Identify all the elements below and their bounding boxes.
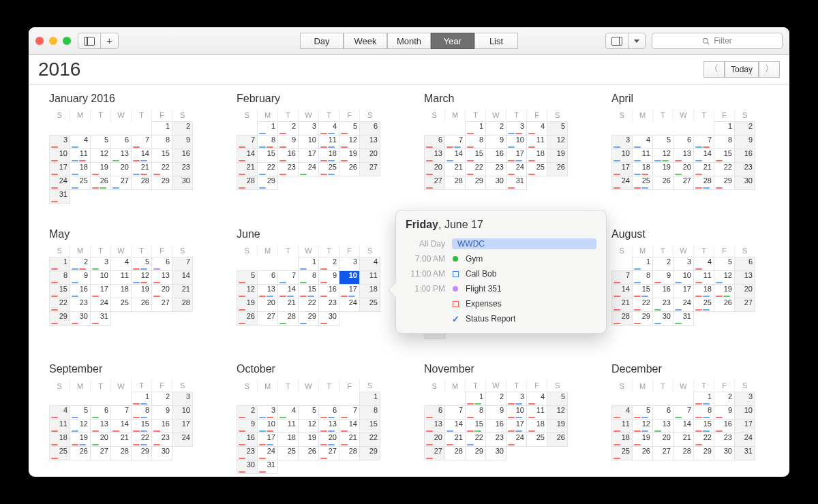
day-cell[interactable]: 27 xyxy=(735,298,755,311)
day-cell[interactable]: 17 xyxy=(258,433,278,447)
day-cell[interactable]: 10 xyxy=(258,420,278,433)
day-cell[interactable]: 11 xyxy=(633,149,653,163)
day-cell[interactable]: 29 xyxy=(714,176,735,190)
day-cell[interactable]: 30 xyxy=(735,176,755,190)
day-cell[interactable]: 10 xyxy=(735,406,755,420)
event-row[interactable]: ✓Status Report xyxy=(406,311,596,326)
day-cell[interactable]: 2 xyxy=(278,122,299,136)
day-cell[interactable]: 23 xyxy=(319,298,339,311)
day-cell[interactable]: 26 xyxy=(91,176,111,190)
day-cell[interactable]: 4 xyxy=(694,257,714,270)
day-cell[interactable]: 21 xyxy=(694,163,714,176)
day-cell[interactable]: 3 xyxy=(91,257,111,270)
day-cell[interactable]: 29 xyxy=(50,311,70,325)
day-cell[interactable]: 30 xyxy=(486,176,506,190)
day-cell[interactable]: 23 xyxy=(714,433,735,447)
day-cell[interactable]: 9 xyxy=(152,406,172,420)
day-cell[interactable]: 1 xyxy=(152,122,172,136)
day-cell[interactable]: 7 xyxy=(237,136,258,149)
minimize-icon[interactable] xyxy=(49,37,57,45)
day-cell[interactable]: 7 xyxy=(111,406,132,420)
day-cell[interactable]: 14 xyxy=(339,420,360,433)
day-cell[interactable]: 27 xyxy=(653,447,673,460)
day-cell[interactable]: 8 xyxy=(152,136,172,149)
day-cell[interactable]: 3 xyxy=(172,392,193,406)
day-cell[interactable]: 15 xyxy=(50,284,70,298)
day-cell[interactable]: 25 xyxy=(319,163,339,176)
day-cell[interactable]: 30 xyxy=(486,447,506,460)
event-row[interactable]: Expenses xyxy=(406,296,596,311)
day-cell[interactable]: 25 xyxy=(70,176,91,190)
day-cell[interactable]: 16 xyxy=(152,420,172,433)
day-cell[interactable]: 20 xyxy=(360,149,380,163)
day-cell[interactable]: 10 xyxy=(172,406,193,420)
day-cell[interactable]: 5 xyxy=(633,406,653,420)
day-cell[interactable]: 18 xyxy=(527,149,547,163)
day-cell[interactable]: 5 xyxy=(70,406,91,420)
day-cell[interactable]: 2 xyxy=(653,257,673,270)
day-cell[interactable]: 21 xyxy=(111,433,132,447)
day-cell[interactable]: 4 xyxy=(360,257,380,270)
day-cell[interactable]: 18 xyxy=(50,433,70,447)
event-row[interactable]: 11:00 AMCall Bob xyxy=(406,266,596,281)
day-cell[interactable]: 2 xyxy=(70,257,91,270)
day-cell[interactable]: 20 xyxy=(425,433,445,447)
day-cell[interactable]: 9 xyxy=(237,420,258,433)
day-cell[interactable]: 3 xyxy=(258,406,278,420)
day-cell[interactable]: 24 xyxy=(735,433,755,447)
day-cell[interactable]: 31 xyxy=(50,190,70,204)
day-cell[interactable]: 29 xyxy=(633,311,653,325)
view-month[interactable]: Month xyxy=(387,33,431,49)
day-cell[interactable]: 9 xyxy=(319,270,339,284)
day-cell[interactable]: 31 xyxy=(735,447,755,460)
day-cell[interactable]: 24 xyxy=(299,163,319,176)
day-cell[interactable]: 19 xyxy=(653,163,673,176)
day-cell[interactable]: 7 xyxy=(694,136,714,149)
day-cell[interactable]: 18 xyxy=(694,284,714,298)
day-cell[interactable]: 7 xyxy=(132,136,152,149)
day-cell[interactable]: 4 xyxy=(50,406,70,420)
day-cell[interactable]: 28 xyxy=(237,176,258,190)
day-cell[interactable]: 5 xyxy=(714,257,735,270)
day-cell[interactable]: 3 xyxy=(299,122,319,136)
day-cell[interactable]: 4 xyxy=(278,406,299,420)
day-cell[interactable]: 9 xyxy=(486,406,506,420)
day-cell[interactable]: 23 xyxy=(486,163,506,176)
day-cell[interactable]: 13 xyxy=(319,420,339,433)
day-cell[interactable]: 1 xyxy=(633,257,653,270)
day-cell[interactable]: 1 xyxy=(132,392,152,406)
day-cell[interactable]: 1 xyxy=(258,122,278,136)
day-cell[interactable]: 29 xyxy=(132,447,152,460)
day-cell[interactable]: 25 xyxy=(633,176,653,190)
day-cell[interactable]: 16 xyxy=(714,420,735,433)
day-cell[interactable]: 20 xyxy=(152,284,172,298)
day-cell[interactable]: 21 xyxy=(172,284,193,298)
day-cell[interactable]: 13 xyxy=(673,149,694,163)
day-cell[interactable]: 15 xyxy=(258,149,278,163)
day-cell[interactable]: 2 xyxy=(172,122,193,136)
day-cell[interactable]: 19 xyxy=(91,163,111,176)
day-cell[interactable]: 19 xyxy=(714,284,735,298)
day-cell[interactable]: 8 xyxy=(258,136,278,149)
day-cell[interactable]: 1 xyxy=(466,392,486,406)
day-cell[interactable]: 6 xyxy=(735,257,755,270)
day-cell[interactable]: 29 xyxy=(299,311,319,325)
day-cell[interactable]: 7 xyxy=(445,136,466,149)
next-button[interactable]: 〉 xyxy=(759,61,780,78)
day-cell[interactable]: 14 xyxy=(278,284,299,298)
day-cell[interactable]: 19 xyxy=(339,149,360,163)
day-cell[interactable]: 23 xyxy=(653,298,673,311)
day-cell[interactable]: 28 xyxy=(278,311,299,325)
day-cell[interactable]: 16 xyxy=(653,284,673,298)
view-year[interactable]: Year xyxy=(431,33,474,49)
day-cell[interactable]: 12 xyxy=(547,406,568,420)
day-cell[interactable]: 21 xyxy=(237,163,258,176)
day-cell[interactable]: 15 xyxy=(466,149,486,163)
day-cell[interactable]: 20 xyxy=(319,433,339,447)
day-cell[interactable]: 25 xyxy=(360,298,380,311)
day-cell[interactable]: 14 xyxy=(694,149,714,163)
day-cell[interactable]: 7 xyxy=(612,270,633,284)
day-cell[interactable]: 12 xyxy=(70,420,91,433)
day-cell[interactable]: 8 xyxy=(694,406,714,420)
day-cell[interactable]: 26 xyxy=(714,298,735,311)
